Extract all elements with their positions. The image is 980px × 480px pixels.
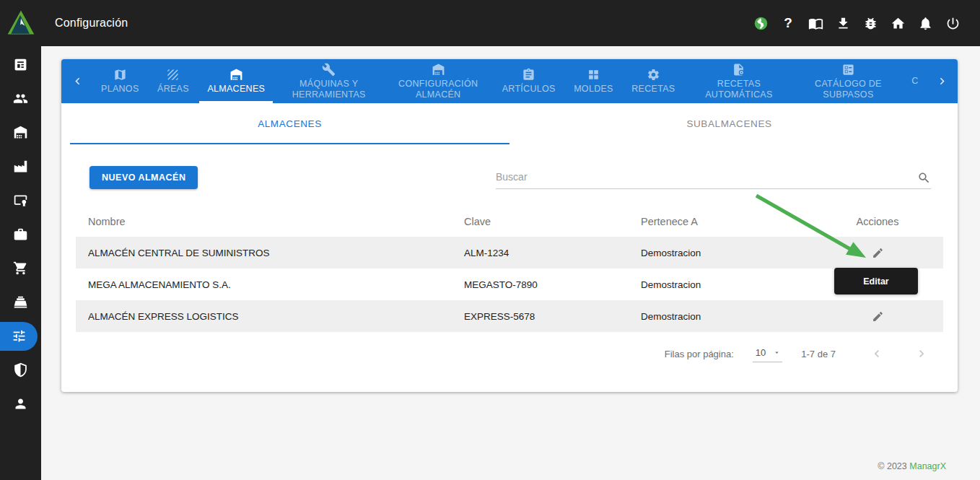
tab-configuracion-almacen[interactable]: CONFIGURACIÓN ALMACÉN	[385, 59, 491, 103]
sidebar-item-factory[interactable]	[0, 149, 41, 183]
tab-label: MOLDES	[574, 84, 613, 94]
rows-per-page-label: Filas por página:	[665, 349, 734, 359]
tabs-viewport: PLANOS ÁREAS ALMACENES MÁQUINAS Y HERRAM…	[93, 59, 926, 103]
shield-icon	[13, 362, 28, 378]
sidebar-item-warehouse[interactable]	[0, 115, 41, 149]
new-almacen-button[interactable]: NUEVO ALMACÉN	[89, 166, 198, 189]
bug-icon[interactable]	[862, 14, 879, 32]
sidebar-item-certificate[interactable]	[0, 183, 41, 217]
warehouse-icon	[229, 68, 243, 82]
certificate-icon	[13, 193, 28, 208]
search-field	[496, 167, 931, 189]
subtab-subalmacenes[interactable]: SUBALMACENES	[509, 103, 949, 144]
triangle-logo-icon	[5, 7, 37, 39]
map-icon	[113, 68, 127, 82]
pagination-range: 1-7 de 7	[801, 349, 836, 359]
tabs-scroll-right-icon[interactable]	[926, 59, 958, 103]
help-icon[interactable]: ?	[779, 14, 797, 32]
cell-pertenece: Demostracion	[629, 311, 812, 322]
sidebar-item-users[interactable]	[0, 82, 41, 115]
edit-icon[interactable]	[870, 309, 885, 323]
edit-icon[interactable]	[870, 245, 885, 260]
brand-link[interactable]: ManagrX	[909, 461, 946, 471]
pagination: Filas por página: 10 1-7 de 7	[61, 341, 931, 367]
download-icon[interactable]	[834, 14, 852, 32]
table-row: ALMACÉN EXPRESS LOGISTICS EXPRESS-5678 D…	[76, 300, 943, 332]
tabs-scroll-left-icon[interactable]	[61, 59, 93, 103]
tab-partial[interactable]: C	[904, 59, 926, 103]
person-icon	[13, 396, 28, 411]
cell-clave: ALM-1234	[452, 248, 629, 258]
warehouse-config-icon	[432, 63, 445, 77]
footer: © 2023 ManagrX	[878, 461, 946, 471]
toolbox-icon	[13, 227, 28, 242]
tab-label: ARTÍCULOS	[502, 84, 556, 94]
toolbar: NUEVO ALMACÉN	[89, 166, 931, 189]
main-content: PLANOS ÁREAS ALMACENES MÁQUINAS Y HERRAM…	[41, 46, 980, 480]
settings-sliders-icon	[12, 328, 27, 344]
tab-catalogo-subpasos[interactable]: CATÁLOGO DE SUBPASOS	[795, 59, 901, 103]
cart-icon	[13, 261, 28, 276]
col-header-pertenece: Pertenece A	[629, 216, 812, 227]
tab-moldes[interactable]: MOLDES	[566, 59, 621, 103]
tab-recetas-automaticas[interactable]: RECETAS AUTOMÁTICAS	[686, 59, 792, 103]
almacenes-table: Nombre Clave Pertenece A Acciones ALMACÉ…	[76, 206, 943, 332]
rows-per-page-select[interactable]: 10	[753, 346, 782, 362]
tab-almacenes[interactable]: ALMACENES	[199, 59, 273, 103]
col-header-nombre: Nombre	[76, 216, 452, 227]
machines-tools-icon	[322, 63, 336, 77]
tab-label: RECETAS AUTOMÁTICAS	[694, 79, 784, 100]
cell-nombre: MEGA ALMACENAMIENTO S.A.	[76, 279, 452, 290]
tab-label: CONFIGURACIÓN ALMACÉN	[393, 79, 484, 100]
sidebar-item-toolbox[interactable]	[0, 217, 41, 251]
tab-label: RECETAS	[631, 84, 675, 94]
news-icon	[13, 57, 28, 72]
molds-grid-icon	[587, 68, 600, 82]
chevron-down-icon	[773, 349, 781, 357]
power-icon[interactable]	[944, 14, 961, 32]
globe-icon[interactable]	[752, 14, 769, 32]
book-icon[interactable]	[807, 14, 824, 32]
sidebar-item-news[interactable]	[0, 48, 41, 82]
previous-page-icon[interactable]	[867, 344, 886, 363]
articles-icon	[522, 68, 535, 82]
cell-clave: MEGASTO-7890	[452, 279, 629, 290]
sidebar-item-cash-register[interactable]	[0, 285, 41, 319]
sidebar-item-cart[interactable]	[0, 251, 41, 285]
cell-nombre: ALMACÉN CENTRAL DE SUMINISTROS	[76, 248, 452, 258]
tabbar: PLANOS ÁREAS ALMACENES MÁQUINAS Y HERRAM…	[61, 59, 958, 103]
tab-maquinas-herramientas[interactable]: MÁQUINAS Y HERRAMIENTAS	[276, 59, 382, 103]
tab-areas[interactable]: ÁREAS	[149, 59, 197, 103]
search-icon[interactable]	[917, 171, 931, 185]
tab-planos[interactable]: PLANOS	[93, 59, 147, 103]
next-page-icon[interactable]	[912, 344, 931, 363]
cell-pertenece: Demostracion	[629, 279, 812, 290]
page-title: Configuración	[55, 17, 128, 30]
users-icon	[13, 91, 28, 106]
notifications-icon[interactable]	[916, 14, 934, 32]
page: Configuración ?	[0, 0, 980, 480]
warehouse-icon	[13, 125, 28, 140]
copyright-text: © 2023	[878, 461, 907, 471]
tab-label: ALMACENES	[207, 84, 265, 94]
table-row: MEGA ALMACENAMIENTO S.A. MEGASTO-7890 De…	[76, 269, 943, 300]
rows-per-page-value: 10	[756, 347, 766, 358]
tab-label: MÁQUINAS Y HERRAMIENTAS	[284, 79, 375, 100]
topbar-actions: ?	[752, 14, 980, 32]
tab-articulos[interactable]: ARTÍCULOS	[494, 59, 564, 103]
cell-nombre: ALMACÉN EXPRESS LOGISTICS	[76, 311, 452, 322]
factory-icon	[13, 159, 28, 174]
sidebar	[0, 46, 41, 480]
sidebar-item-settings[interactable]	[0, 322, 38, 351]
home-icon[interactable]	[889, 14, 906, 32]
table-header: Nombre Clave Pertenece A Acciones	[76, 206, 943, 237]
table-row: ALMACÉN CENTRAL DE SUMINISTROS ALM-1234 …	[76, 237, 943, 269]
sidebar-item-security[interactable]	[0, 353, 41, 387]
sidebar-item-profile[interactable]	[0, 387, 41, 421]
subtab-almacenes[interactable]: ALMACENES	[70, 103, 509, 144]
cell-clave: EXPRESS-5678	[452, 311, 629, 322]
tab-recetas[interactable]: RECETAS	[624, 59, 683, 103]
tab-label: C	[911, 76, 918, 86]
tab-label: ÁREAS	[157, 84, 189, 94]
search-input[interactable]	[496, 171, 912, 183]
